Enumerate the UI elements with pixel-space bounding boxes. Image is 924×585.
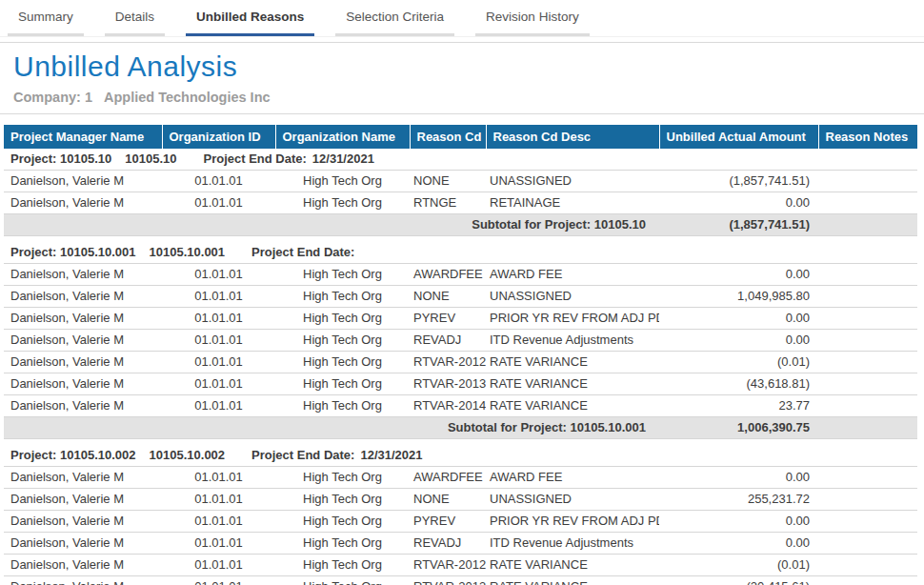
project-end-date-label: Project End Date: — [251, 245, 354, 259]
cell-project-manager: Danielson, Valerie M — [4, 286, 162, 308]
cell-amount: (0.01) — [659, 352, 818, 373]
page-title: Unbilled Analysis — [13, 50, 924, 83]
table-header-row: Project Manager NameOrganization IDOrgan… — [4, 125, 917, 149]
column-header-reason-notes: Reason Notes — [818, 125, 917, 149]
table-row: Danielson, Valerie M01.01.01High Tech Or… — [4, 286, 917, 308]
cell-reason-notes — [818, 395, 917, 417]
tab-revision-history[interactable]: Revision History — [475, 0, 590, 36]
cell-amount: 0.00 — [659, 308, 818, 330]
column-header-reason-cd-desc: Reason Cd Desc — [486, 125, 659, 149]
cell-reason-desc: RETAINAGE — [486, 192, 659, 214]
tab-details[interactable]: Details — [105, 0, 165, 36]
project-label: Project: 10105.10.002 — [10, 448, 136, 462]
table-row: Danielson, Valerie M01.01.01High Tech Or… — [4, 308, 917, 330]
table-row: Danielson, Valerie M01.01.01High Tech Or… — [4, 467, 917, 489]
cell-reason-cd: RTVAR-2013 — [410, 576, 486, 585]
cell-org-id: 01.01.01 — [162, 395, 275, 417]
tab-label: Selection Criteria — [346, 10, 444, 24]
tab-unbilled-reasons[interactable]: Unbilled Reasons — [186, 0, 314, 36]
cell-reason-cd: PYREV — [410, 511, 486, 533]
cell-org-id: 01.01.01 — [162, 330, 275, 352]
cell-reason-notes — [818, 352, 917, 373]
cell-reason-notes — [818, 286, 917, 308]
cell-reason-cd: NONE — [410, 171, 486, 192]
tab-bar: SummaryDetailsUnbilled ReasonsSelection … — [0, 0, 924, 36]
cell-org-name: High Tech Org — [275, 308, 410, 330]
cell-reason-notes — [818, 533, 917, 555]
cell-reason-desc: RATE VARIANCE — [486, 395, 659, 417]
project-end-date-label: Project End Date: — [251, 448, 354, 462]
cell-reason-notes — [818, 308, 917, 330]
cell-org-id: 01.01.01 — [162, 533, 275, 555]
cell-reason-desc: UNASSIGNED — [486, 286, 659, 308]
project-end-date-label: Project End Date: — [203, 151, 306, 166]
cell-org-id: 01.01.01 — [162, 489, 275, 511]
cell-amount: 0.00 — [659, 467, 818, 489]
tab-summary[interactable]: Summary — [8, 0, 84, 36]
table-row: Danielson, Valerie M01.01.01High Tech Or… — [4, 576, 917, 585]
company-line: Company: 1Applied Technologies Inc — [13, 90, 924, 105]
cell-amount: (1,857,741.51) — [659, 171, 818, 192]
subtotal-notes — [818, 417, 917, 439]
subtotal-notes — [818, 214, 917, 236]
project-label: Project: 10105.10.001 — [10, 245, 136, 259]
cell-reason-cd: RTVAR-2013 — [410, 373, 486, 395]
cell-reason-desc: RATE VARIANCE — [486, 576, 659, 585]
cell-reason-cd: REVADJ — [410, 330, 486, 352]
cell-project-manager: Danielson, Valerie M — [4, 330, 162, 352]
company-label: Company: 1 — [13, 90, 92, 105]
table-row: Danielson, Valerie M01.01.01High Tech Or… — [4, 373, 917, 395]
subtotal-label: Subtotal for Project: 10105.10.001 — [4, 417, 659, 439]
cell-reason-desc: UNASSIGNED — [486, 171, 659, 192]
cell-reason-notes — [818, 489, 917, 511]
cell-org-id: 01.01.01 — [162, 555, 275, 576]
tab-label: Details — [115, 10, 154, 24]
project-id: 10105.10 — [125, 151, 176, 166]
cell-org-name: High Tech Org — [275, 576, 410, 585]
table-row: Danielson, Valerie M01.01.01High Tech Or… — [4, 192, 917, 214]
cell-org-name: High Tech Org — [275, 171, 410, 192]
table-row: Danielson, Valerie M01.01.01High Tech Or… — [4, 555, 917, 576]
cell-reason-notes — [818, 264, 917, 286]
project-end-date: 12/31/2021 — [360, 448, 422, 462]
cell-org-id: 01.01.01 — [162, 264, 275, 286]
column-header-reason-cd: Reason Cd — [410, 125, 486, 149]
cell-org-name: High Tech Org — [275, 192, 410, 214]
table-row: Danielson, Valerie M01.01.01High Tech Or… — [4, 511, 917, 533]
column-header-organization-id: Organization ID — [162, 125, 275, 149]
cell-reason-cd: NONE — [410, 489, 486, 511]
cell-org-id: 01.01.01 — [162, 511, 275, 533]
cell-project-manager: Danielson, Valerie M — [4, 192, 162, 214]
cell-org-name: High Tech Org — [275, 489, 410, 511]
cell-reason-desc: ITD Revenue Adjustments — [486, 533, 659, 555]
cell-project-manager: Danielson, Valerie M — [4, 555, 162, 576]
cell-reason-desc: AWARD FEE — [486, 467, 659, 489]
table-row: Danielson, Valerie M01.01.01High Tech Or… — [4, 489, 917, 511]
tab-selection-criteria[interactable]: Selection Criteria — [335, 0, 454, 36]
cell-org-id: 01.01.01 — [162, 576, 275, 585]
cell-org-name: High Tech Org — [275, 467, 410, 489]
cell-project-manager: Danielson, Valerie M — [4, 264, 162, 286]
cell-reason-desc: RATE VARIANCE — [486, 352, 659, 373]
cell-reason-cd: AWARDFEE — [410, 264, 486, 286]
project-end-date: 12/31/2021 — [312, 151, 374, 166]
cell-project-manager: Danielson, Valerie M — [4, 511, 162, 533]
cell-amount: (20,415.61) — [659, 576, 818, 585]
cell-org-name: High Tech Org — [275, 555, 410, 576]
subtotal-row: Subtotal for Project: 10105.10.0011,006,… — [4, 417, 917, 439]
tab-label: Revision History — [486, 10, 579, 24]
cell-org-id: 01.01.01 — [162, 192, 275, 214]
group-header-row: Project: 10105.1010105.10Project End Dat… — [4, 149, 917, 171]
cell-reason-desc: PRIOR YR REV FROM ADJ PD — [486, 308, 659, 330]
project-id: 10105.10.002 — [150, 448, 226, 462]
cell-amount: 0.00 — [659, 330, 818, 352]
group-header-row: Project: 10105.10.00210105.10.002Project… — [4, 445, 917, 467]
cell-amount: 0.00 — [659, 511, 818, 533]
table-row: Danielson, Valerie M01.01.01High Tech Or… — [4, 330, 917, 352]
column-header-project-manager-name: Project Manager Name — [4, 125, 162, 149]
cell-reason-desc: UNASSIGNED — [486, 489, 659, 511]
cell-amount: 0.00 — [659, 264, 818, 286]
cell-reason-notes — [818, 373, 917, 395]
cell-org-id: 01.01.01 — [162, 373, 275, 395]
cell-org-id: 01.01.01 — [162, 467, 275, 489]
